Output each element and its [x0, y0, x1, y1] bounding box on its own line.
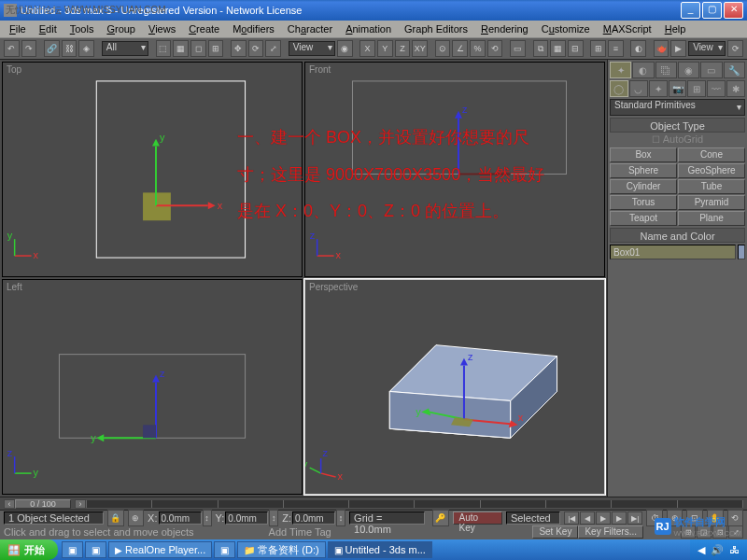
select-name-button[interactable]: ▦	[173, 40, 189, 57]
move-button[interactable]: ✥	[231, 40, 247, 57]
taskbar-item-3dsmax[interactable]: ▣ Untitled - 3ds m...	[328, 541, 432, 558]
torus-button[interactable]: Torus	[610, 195, 677, 210]
restrict-y-button[interactable]: Y	[377, 40, 393, 57]
nav-3[interactable]: ✋	[707, 510, 724, 526]
trackview-button[interactable]: ≡	[608, 40, 624, 57]
tube-button[interactable]: Tube	[678, 179, 745, 194]
menu-character[interactable]: Character	[282, 22, 338, 35]
goto-end-button[interactable]: ▶|	[627, 511, 642, 525]
utilities-tab[interactable]: 🔧	[724, 62, 745, 78]
menu-tools[interactable]: Tools	[64, 22, 100, 35]
restrict-x-button[interactable]: X	[359, 40, 375, 57]
viewport-perspective[interactable]: Perspective x y z x y z	[304, 279, 605, 495]
object-name-input[interactable]	[610, 245, 736, 259]
schematic-button[interactable]: ⊞	[590, 40, 606, 57]
abs-transform-button[interactable]: ⊕	[128, 510, 145, 526]
display-tab[interactable]: ▭	[700, 62, 722, 78]
percent-snap-button[interactable]: %	[470, 40, 486, 57]
geometry-subtab[interactable]: ◯	[610, 80, 628, 97]
menu-create[interactable]: Create	[183, 22, 225, 35]
nav-5[interactable]: ⊞	[681, 525, 696, 539]
coord-z-input[interactable]	[292, 511, 335, 525]
start-button[interactable]: 🪟 开始	[0, 539, 58, 560]
taskbar-item-folder[interactable]: 📁 常备资料 (D:)	[237, 541, 325, 558]
select-region-button[interactable]: ◻	[190, 40, 206, 57]
redo-button[interactable]: ↷	[21, 40, 37, 57]
time-slider[interactable]: 0 / 100	[15, 499, 71, 509]
quick-render-button[interactable]: ▶	[670, 40, 686, 57]
unlink-button[interactable]: ⛓	[62, 40, 78, 57]
align-button[interactable]: ⊟	[568, 40, 584, 57]
object-type-rollout[interactable]: Object Type	[610, 118, 745, 133]
cone-button[interactable]: Cone	[678, 147, 745, 162]
timeline-track[interactable]	[86, 500, 743, 508]
viewport-top[interactable]: Top x y x y	[2, 62, 303, 277]
bind-button[interactable]: ◈	[78, 40, 94, 57]
create-tab[interactable]: ✦	[610, 62, 631, 78]
render-last-button[interactable]: ⟳	[727, 40, 743, 57]
menu-edit[interactable]: Edit	[34, 22, 63, 35]
play-button[interactable]: ▶	[596, 511, 611, 525]
render-type-combo[interactable]: View	[688, 41, 726, 56]
spacewarps-subtab[interactable]: 〰	[707, 80, 726, 97]
maximize-button[interactable]: ▢	[702, 2, 722, 19]
lights-subtab[interactable]: ✦	[649, 80, 668, 97]
box-button[interactable]: Box	[610, 147, 677, 162]
goto-start-button[interactable]: |◀	[564, 511, 579, 525]
spinner-snap-button[interactable]: ⟲	[487, 40, 503, 57]
prev-frame-button[interactable]: ◀	[580, 511, 595, 525]
taskbar-item-realone[interactable]: ▶ RealOne Player...	[108, 541, 212, 558]
render-scene-button[interactable]: 🫖	[654, 40, 669, 57]
link-button[interactable]: 🔗	[44, 40, 60, 57]
addtimetag[interactable]: Add Time Tag	[269, 526, 331, 538]
key-icon[interactable]: 🔑	[432, 510, 449, 526]
menu-grapheditors[interactable]: Graph Editors	[399, 22, 473, 35]
undo-button[interactable]: ↶	[4, 40, 20, 57]
select-button[interactable]: ⬚	[156, 40, 172, 57]
autogrid-checkbox[interactable]: ☐ AutoGrid	[610, 133, 745, 147]
motion-tab[interactable]: ◉	[678, 62, 699, 78]
selection-filter-combo[interactable]: All	[102, 41, 148, 56]
teapot-button[interactable]: Teapot	[610, 211, 677, 226]
menu-rendering[interactable]: Rendering	[475, 22, 534, 35]
coord-y-input[interactable]	[225, 511, 268, 525]
pyramid-button[interactable]: Pyramid	[678, 195, 745, 210]
close-button[interactable]: ✕	[724, 2, 743, 19]
system-tray[interactable]: ◀🔊🖧	[690, 539, 747, 560]
angle-snap-button[interactable]: ∠	[452, 40, 468, 57]
keyfilters-button[interactable]: Key Filters...	[578, 525, 643, 539]
shapes-subtab[interactable]: ◡	[629, 80, 648, 97]
window-crossing-button[interactable]: ⊞	[208, 40, 224, 57]
nav-7[interactable]: ⊡	[712, 525, 727, 539]
taskbar-item-4[interactable]: ▣	[214, 541, 235, 558]
plane-button[interactable]: Plane	[678, 211, 745, 226]
cameras-subtab[interactable]: 📷	[669, 80, 687, 97]
scale-button[interactable]: ⤢	[265, 40, 281, 57]
autokey-button[interactable]: Auto Key	[453, 511, 502, 525]
rotate-button[interactable]: ⟳	[248, 40, 264, 57]
name-color-rollout[interactable]: Name and Color	[610, 228, 745, 243]
menu-maxscript[interactable]: MAXScript	[598, 22, 657, 35]
viewport-front[interactable]: Front z x z	[304, 62, 605, 277]
nav-1[interactable]: ⊕	[667, 510, 684, 526]
menu-customize[interactable]: Customize	[536, 22, 596, 35]
time-config-button[interactable]: ⏱	[646, 510, 663, 526]
ref-coord-combo[interactable]: View	[289, 41, 335, 56]
taskbar-item-1[interactable]: ▣	[62, 541, 83, 558]
restrict-xy-button[interactable]: XY	[412, 40, 428, 57]
modify-tab[interactable]: ◐	[632, 62, 654, 78]
menu-views[interactable]: Views	[143, 22, 181, 35]
nav-6[interactable]: ◲	[697, 525, 712, 539]
geosphere-button[interactable]: GeoSphere	[678, 163, 745, 178]
viewport-left[interactable]: Left y z y z	[2, 279, 303, 495]
key-mode-combo[interactable]: Selected	[506, 511, 561, 525]
menu-help[interactable]: Help	[659, 22, 692, 35]
menu-group[interactable]: Group	[101, 22, 141, 35]
helpers-subtab[interactable]: ⊞	[687, 80, 706, 97]
mirror-button[interactable]: ⧉	[533, 40, 549, 57]
category-dropdown[interactable]: Standard Primitives	[610, 99, 745, 116]
pivot-button[interactable]: ◉	[337, 40, 353, 57]
nav-2[interactable]: ⊡	[686, 510, 703, 526]
nav-8[interactable]: ⤢	[728, 525, 743, 539]
minimize-button[interactable]: _	[681, 2, 700, 19]
